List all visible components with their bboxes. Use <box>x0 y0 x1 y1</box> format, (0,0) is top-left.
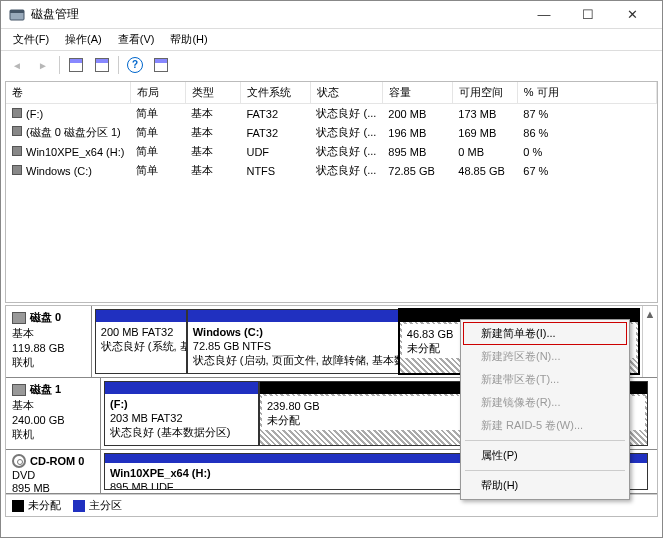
volume-icon <box>12 165 22 175</box>
volume-row[interactable]: (磁盘 0 磁盘分区 1)简单基本FAT32状态良好 (...196 MB169… <box>6 123 657 142</box>
ctx-new-simple-volume[interactable]: 新建简单卷(I)... <box>463 322 627 345</box>
ctx-properties[interactable]: 属性(P) <box>463 444 627 467</box>
volume-icon <box>12 108 22 118</box>
partition[interactable]: 200 MB FAT32状态良好 (系统, 基 <box>95 309 187 374</box>
col-type[interactable]: 类型 <box>185 82 240 104</box>
partition[interactable]: (F:)203 MB FAT32状态良好 (基本数据分区) <box>104 381 259 446</box>
title-bar: 磁盘管理 — ☐ ✕ <box>1 1 662 29</box>
ctx-new-raid5-volume: 新建 RAID-5 卷(W)... <box>463 414 627 437</box>
cd-icon <box>12 454 26 468</box>
volume-row[interactable]: Windows (C:)简单基本NTFS状态良好 (...72.85 GB48.… <box>6 161 657 180</box>
menu-action[interactable]: 操作(A) <box>57 30 110 49</box>
col-volume[interactable]: 卷 <box>6 82 130 104</box>
separator <box>465 470 625 471</box>
disk-info[interactable]: 磁盘 1基本240.00 GB联机 <box>6 378 101 449</box>
col-status[interactable]: 状态 <box>310 82 382 104</box>
refresh-button[interactable] <box>64 54 88 76</box>
volume-icon <box>12 126 22 136</box>
volume-list[interactable]: 卷 布局 类型 文件系统 状态 容量 可用空间 % 可用 (F:)简单基本FAT… <box>5 81 658 303</box>
app-icon <box>9 7 25 23</box>
close-button[interactable]: ✕ <box>610 1 654 29</box>
minimize-button[interactable]: — <box>522 1 566 29</box>
col-fs[interactable]: 文件系统 <box>240 82 310 104</box>
maximize-button[interactable]: ☐ <box>566 1 610 29</box>
ctx-new-striped-volume: 新建带区卷(T)... <box>463 368 627 391</box>
separator <box>59 56 60 74</box>
separator <box>118 56 119 74</box>
window-title: 磁盘管理 <box>31 6 522 23</box>
partition[interactable]: Windows (C:)72.85 GB NTFS状态良好 (启动, 页面文件,… <box>187 309 399 374</box>
menu-help[interactable]: 帮助(H) <box>162 30 215 49</box>
column-header-row: 卷 布局 类型 文件系统 状态 容量 可用空间 % 可用 <box>6 82 657 104</box>
menu-file[interactable]: 文件(F) <box>5 30 57 49</box>
disk-icon <box>12 384 26 396</box>
disk-icon <box>12 312 26 324</box>
legend-primary: 主分区 <box>89 499 122 511</box>
volume-row[interactable]: (F:)简单基本FAT32状态良好 (...200 MB173 MB87 % <box>6 104 657 124</box>
ctx-new-mirrored-volume: 新建镜像卷(R)... <box>463 391 627 414</box>
legend-swatch-unallocated <box>12 500 24 512</box>
legend-swatch-primary <box>73 500 85 512</box>
menu-view[interactable]: 查看(V) <box>110 30 163 49</box>
menu-bar: 文件(F) 操作(A) 查看(V) 帮助(H) <box>1 29 662 51</box>
separator <box>465 440 625 441</box>
back-button[interactable] <box>5 54 29 76</box>
disk-info[interactable]: 磁盘 0基本119.88 GB联机 <box>6 306 92 377</box>
scroll-up-button[interactable]: ▲ <box>642 306 657 377</box>
forward-button[interactable] <box>31 54 55 76</box>
context-menu: 新建简单卷(I)... 新建跨区卷(N)... 新建带区卷(T)... 新建镜像… <box>460 319 630 500</box>
volume-row[interactable]: Win10XPE_x64 (H:)简单基本UDF状态良好 (...895 MB0… <box>6 142 657 161</box>
volume-icon <box>12 146 22 156</box>
help-button[interactable] <box>123 54 147 76</box>
ctx-new-spanned-volume: 新建跨区卷(N)... <box>463 345 627 368</box>
ctx-help[interactable]: 帮助(H) <box>463 474 627 497</box>
col-free[interactable]: 可用空间 <box>452 82 517 104</box>
col-layout[interactable]: 布局 <box>130 82 185 104</box>
toolbar <box>1 51 662 79</box>
disk-info[interactable]: CD-ROM 0DVD895 MB <box>6 450 101 493</box>
legend-unallocated: 未分配 <box>28 499 61 511</box>
action-button[interactable] <box>149 54 173 76</box>
svg-rect-1 <box>10 10 24 13</box>
col-capacity[interactable]: 容量 <box>382 82 452 104</box>
col-pctfree[interactable]: % 可用 <box>517 82 656 104</box>
view-mode-button[interactable] <box>90 54 114 76</box>
